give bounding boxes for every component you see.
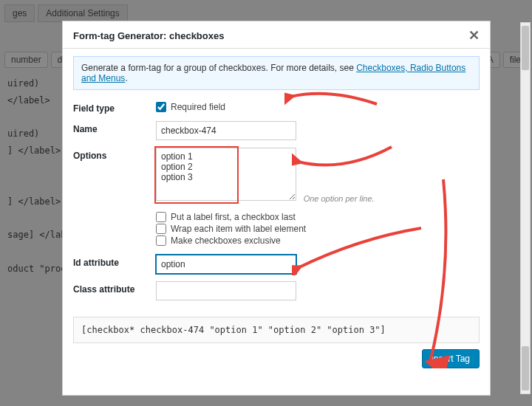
label-field-type: Field type xyxy=(73,100,156,114)
label-id: Id attribute xyxy=(73,255,156,274)
label-class: Class attribute xyxy=(73,281,156,300)
class-input[interactable] xyxy=(156,281,296,300)
options-hint: One option per line. xyxy=(304,194,375,203)
options-textarea[interactable]: option 1 option 2 option 3 xyxy=(156,148,296,201)
label-first-checkbox[interactable] xyxy=(156,212,166,222)
page-scrollbar[interactable] xyxy=(520,22,531,394)
insert-tag-button[interactable]: Insert Tag xyxy=(422,349,480,368)
required-label: Required field xyxy=(171,102,225,112)
name-input[interactable] xyxy=(156,121,296,140)
exclusive-text: Make checkboxes exclusive xyxy=(171,235,281,246)
label-options: Options xyxy=(73,148,156,203)
id-input[interactable] xyxy=(156,255,296,274)
close-icon[interactable]: ✕ xyxy=(468,29,480,42)
info-text: Generate a form-tag for a group of check… xyxy=(81,63,356,73)
modal-dialog: Form-tag Generator: checkboxes ✕ Generat… xyxy=(62,21,491,396)
label-name: Name xyxy=(73,121,156,140)
required-checkbox[interactable] xyxy=(156,102,166,112)
wrap-label-text: Wrap each item with label element xyxy=(171,224,306,234)
wrap-label-checkbox[interactable] xyxy=(156,224,166,234)
generated-tag-output[interactable]: [checkbox* checkbox-474 "option 1" "opti… xyxy=(73,317,480,343)
info-banner: Generate a form-tag for a group of check… xyxy=(73,56,480,90)
modal-title: Form-tag Generator: checkboxes xyxy=(73,30,224,41)
exclusive-checkbox[interactable] xyxy=(156,235,166,246)
label-first-text: Put a label first, a checkbox last xyxy=(171,212,296,222)
